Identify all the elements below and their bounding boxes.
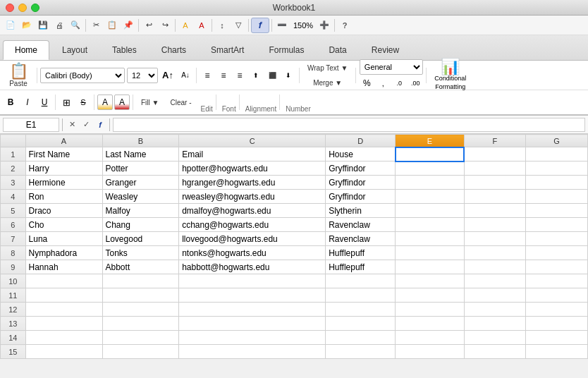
col-header-c[interactable]: C [179,135,326,147]
cell-14G[interactable] [526,331,588,345]
cell-14A[interactable] [25,331,102,345]
cell-12G[interactable] [526,303,588,317]
confirm-formula-button[interactable]: ✓ [80,118,92,131]
cell-5C[interactable]: dmalfoy@hogwarts.edu [179,204,326,218]
comma-button[interactable]: , [375,75,391,91]
tab-charts[interactable]: Charts [149,40,198,60]
cell-6F[interactable] [464,218,526,232]
cell-1A[interactable]: First Name [25,147,102,161]
cut-button[interactable]: ✂ [88,18,104,33]
row-number-15[interactable]: 15 [1,345,26,359]
cell-8E[interactable] [396,246,464,260]
cell-6G[interactable] [526,218,588,232]
cell-14E[interactable] [396,331,464,345]
maximize-button[interactable] [31,4,39,12]
cell-12D[interactable] [326,303,396,317]
cell-10A[interactable] [25,274,102,288]
col-header-b[interactable]: B [102,135,179,147]
row-number-7[interactable]: 7 [1,232,26,246]
row-number-5[interactable]: 5 [1,204,26,218]
cell-14D[interactable] [326,331,396,345]
minimize-button[interactable] [18,4,27,12]
filter-button[interactable]: ▽ [231,18,246,33]
zoom-in-button[interactable]: ➕ [317,18,332,33]
formula-input[interactable] [113,118,585,132]
row-number-8[interactable]: 8 [1,246,26,260]
tab-review[interactable]: Review [360,40,411,60]
cell-2E[interactable] [396,161,464,176]
decrease-decimal-button[interactable]: .0 [391,75,407,91]
cell-12A[interactable] [25,303,102,317]
cell-7A[interactable]: Luna [25,232,102,246]
cell-11F[interactable] [464,288,526,303]
cell-6C[interactable]: cchang@hogwarts.edu [179,218,326,232]
underline-button[interactable]: U [37,94,52,110]
col-header-g[interactable]: G [526,135,588,147]
cell-10F[interactable] [464,274,526,288]
percent-button[interactable]: % [359,75,374,91]
fill-button[interactable]: Fill ▼ [136,93,164,111]
cell-4B[interactable]: Weasley [102,190,179,204]
font-size-select[interactable]: 12 10 11 14 16 18 [127,68,158,83]
font-color-button[interactable]: A [194,18,209,33]
decrease-font-button[interactable]: A↓ [178,68,193,83]
sheet-table-wrap[interactable]: A B C D E F G 1First NameLast NameEmailH… [0,134,588,359]
print-preview-button[interactable]: 🔍 [68,18,83,33]
cell-reference-input[interactable] [3,118,59,132]
cell-7D[interactable]: Ravenclaw [326,232,396,246]
cell-7E[interactable] [396,232,464,246]
cell-13C[interactable] [179,317,326,331]
col-header-d[interactable]: D [326,135,396,147]
cell-4A[interactable]: Ron [25,190,102,204]
cell-12E[interactable] [396,303,464,317]
align-middle-button[interactable]: ⬛ [264,68,280,83]
row-number-9[interactable]: 9 [1,260,26,274]
cell-11D[interactable] [326,288,396,303]
cell-12F[interactable] [464,303,526,317]
row-number-3[interactable]: 3 [1,176,26,190]
cell-1F[interactable] [464,147,526,161]
number-format-select[interactable]: General Number Currency Short Date Long … [360,59,423,75]
row-number-6[interactable]: 6 [1,218,26,232]
undo-button[interactable]: ↩ [141,18,157,33]
merge-button[interactable]: Merge ▼ [302,75,353,90]
cell-9C[interactable]: habbott@hogwarts.edu [179,260,326,274]
border-button[interactable]: ⊞ [59,94,74,110]
cell-12C[interactable] [179,303,326,317]
cell-9B[interactable]: Abbott [102,260,179,274]
paste-button[interactable]: 📌 [121,18,136,33]
tab-formulas[interactable]: Formulas [257,40,316,60]
font-color-row2-button[interactable]: A [114,94,130,110]
cell-15E[interactable] [396,345,464,359]
cell-5F[interactable] [464,204,526,218]
print-button[interactable]: 🖨 [51,18,67,33]
help-button[interactable]: ? [337,18,353,33]
cell-13E[interactable] [396,317,464,331]
row-number-14[interactable]: 14 [1,331,26,345]
save-button[interactable]: 💾 [35,18,51,33]
cell-15A[interactable] [25,345,102,359]
cell-8D[interactable]: Hufflepuff [326,246,396,260]
strikethrough-button[interactable]: S [75,94,91,110]
tab-tables[interactable]: Tables [100,40,149,60]
row-number-1[interactable]: 1 [1,147,26,161]
cell-5D[interactable]: Slytherin [326,204,396,218]
cell-3C[interactable]: hgranger@hogwarts.edu [179,176,326,190]
cell-9G[interactable] [526,260,588,274]
cell-15F[interactable] [464,345,526,359]
fill-color-button[interactable]: A [178,18,193,33]
cell-3E[interactable] [396,176,464,190]
cell-3A[interactable]: Hermione [25,176,102,190]
tab-smartart[interactable]: SmartArt [199,40,256,60]
cell-3D[interactable]: Gryffindor [326,176,396,190]
align-right-button[interactable]: ≡ [232,68,247,83]
clear-button[interactable]: Clear - [165,93,196,111]
row-number-10[interactable]: 10 [1,274,26,288]
cell-13A[interactable] [25,317,102,331]
tab-data[interactable]: Data [317,40,358,60]
cell-7C[interactable]: llovegood@hogwarts.edu [179,232,326,246]
tab-layout[interactable]: Layout [50,40,99,60]
cell-4G[interactable] [526,190,588,204]
cell-1D[interactable]: House [326,147,396,161]
cell-9E[interactable] [396,260,464,274]
